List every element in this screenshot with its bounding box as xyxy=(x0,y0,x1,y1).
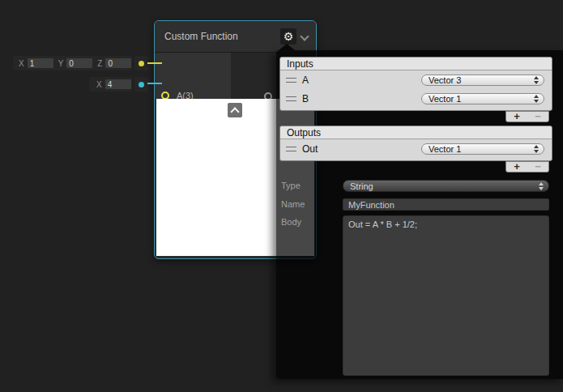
vector3-input-widget: X Y Z xyxy=(13,56,132,70)
input-a-name: A xyxy=(302,75,309,86)
outputs-list: Outputs Out Vector 1 xyxy=(279,126,552,161)
drag-handle-icon[interactable] xyxy=(286,96,296,101)
output-out-type-dropdown[interactable]: Vector 1 xyxy=(421,143,544,155)
inputs-row-a[interactable]: A Vector 3 xyxy=(280,70,552,89)
edge-to-port-b[interactable] xyxy=(147,83,162,84)
function-name-field[interactable] xyxy=(343,198,549,211)
body-label: Body xyxy=(281,217,338,227)
inputs-row-b[interactable]: B Vector 1 xyxy=(280,89,552,108)
cyan-dot-icon xyxy=(139,82,144,87)
chevron-up-icon xyxy=(230,107,239,116)
remove-output-button[interactable]: − xyxy=(527,162,548,172)
type-dropdown-value: String xyxy=(343,181,373,191)
gear-icon: ⚙ xyxy=(284,30,294,43)
vector1-input-widget: X xyxy=(89,77,132,92)
x-value-field[interactable] xyxy=(28,58,53,68)
port-b-connector-dot xyxy=(134,77,148,92)
panel-anchor-beak xyxy=(279,44,295,50)
z-value-field[interactable] xyxy=(105,58,131,68)
input-b-name: B xyxy=(302,93,309,104)
x-field-label: X xyxy=(19,59,24,68)
inputs-list-footer: + − xyxy=(505,111,549,122)
outputs-row-out[interactable]: Out Vector 1 xyxy=(280,139,552,158)
type-label: Type xyxy=(281,181,338,190)
function-body-field[interactable]: Out = A * B + 1/2; xyxy=(343,215,549,376)
input-a-type-value: Vector 3 xyxy=(422,75,461,85)
inputs-list: Inputs A Vector 3 B Vector 1 xyxy=(279,57,552,111)
y-field-label: Y xyxy=(58,59,64,68)
outputs-list-footer: + − xyxy=(505,161,549,173)
type-dropdown[interactable]: String xyxy=(343,180,549,192)
input-a-type-dropdown[interactable]: Vector 3 xyxy=(421,75,544,86)
chevron-down-icon[interactable] xyxy=(301,33,307,40)
node-settings-button[interactable]: ⚙ xyxy=(280,28,296,45)
input-b-type-value: Vector 1 xyxy=(422,94,461,104)
dropdown-arrows-icon xyxy=(534,145,539,153)
z-field-label: Z xyxy=(97,59,102,68)
output-out-name: Out xyxy=(302,143,318,155)
add-input-button[interactable]: + xyxy=(506,112,527,121)
output-out-type-value: Vector 1 xyxy=(422,144,461,154)
input-b-type-dropdown[interactable]: Vector 1 xyxy=(421,93,544,104)
dropdown-arrows-icon xyxy=(534,95,539,103)
yellow-dot-icon xyxy=(139,61,144,66)
port-a-connector-dot xyxy=(134,56,148,70)
remove-input-button[interactable]: − xyxy=(527,112,548,121)
y-value-field[interactable] xyxy=(66,58,92,68)
inputs-list-header: Inputs xyxy=(280,58,552,70)
drag-handle-icon[interactable] xyxy=(286,78,296,83)
dropdown-arrows-icon xyxy=(539,182,544,190)
dropdown-arrows-icon xyxy=(534,76,539,84)
name-label: Name xyxy=(281,199,338,209)
shader-graph-canvas[interactable]: { "colors": { "canvas_bg": "#212121", "n… xyxy=(0,0,563,392)
drag-handle-icon[interactable] xyxy=(286,147,296,151)
add-output-button[interactable]: + xyxy=(506,162,527,172)
x-field-label-2: X xyxy=(96,80,102,89)
x-value-field-2[interactable] xyxy=(105,79,131,89)
node-settings-panel: Inputs A Vector 3 B Vector 1 + − xyxy=(276,50,563,379)
outputs-list-header: Outputs xyxy=(280,126,552,139)
collapse-preview-button[interactable] xyxy=(228,103,242,117)
edge-to-port-a[interactable] xyxy=(147,62,162,64)
node-title: Custom Function xyxy=(164,21,238,52)
